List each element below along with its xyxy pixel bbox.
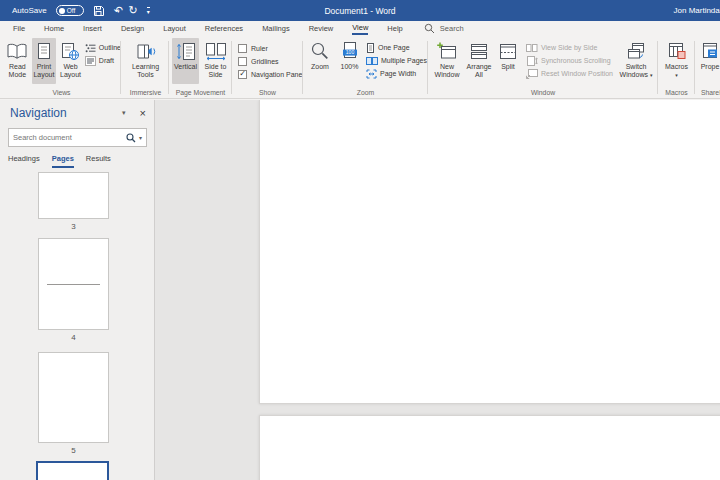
- navigation-search-input[interactable]: [13, 133, 126, 142]
- autosave-toggle[interactable]: Off: [56, 5, 84, 16]
- draft-icon: [85, 56, 96, 66]
- zoom-icon: [310, 40, 330, 62]
- document-page-2[interactable]: [259, 415, 720, 480]
- split-icon: [498, 40, 518, 62]
- web-layout-button[interactable]: Web Layout: [58, 38, 83, 84]
- zoom-100-button[interactable]: 100 100%: [336, 38, 363, 84]
- document-workspace: Navigation ▾ × ▾ Headings Pages Results …: [0, 100, 720, 480]
- tab-layout[interactable]: Layout: [163, 24, 186, 33]
- learning-tools-button[interactable]: Learning Tools: [128, 38, 164, 84]
- ribbon-group-views: Read Mode Print Layout Web Layout Outlin…: [2, 38, 121, 97]
- autosave-label: AutoSave: [12, 6, 47, 15]
- multiple-pages-button[interactable]: Multiple Pages: [366, 55, 428, 66]
- arrange-all-button[interactable]: Arrange All: [464, 38, 494, 84]
- navigation-pane-checkbox-box: ✓: [238, 70, 247, 79]
- new-window-icon: [437, 40, 457, 62]
- search-icon: [424, 23, 435, 34]
- synchronous-scrolling-button[interactable]: Synchronous Scrolling: [526, 55, 614, 66]
- new-window-button[interactable]: New Window: [432, 38, 462, 84]
- gridlines-checkbox[interactable]: Gridlines: [238, 56, 303, 66]
- window-group-label: Window: [428, 89, 658, 96]
- navigation-tab-results[interactable]: Results: [86, 154, 111, 168]
- page-thumbnail-5[interactable]: [38, 352, 109, 443]
- ruler-checkbox[interactable]: Ruler: [238, 43, 303, 53]
- reset-window-position-button[interactable]: Reset Window Position: [526, 68, 614, 79]
- draft-button[interactable]: Draft: [85, 55, 121, 66]
- navigation-tabs: Headings Pages Results: [8, 154, 111, 168]
- page-thumbnail-4-number: 4: [38, 333, 109, 342]
- macros-icon: [667, 40, 687, 62]
- tab-mailings[interactable]: Mailings: [262, 24, 290, 33]
- navigation-pane-checkbox[interactable]: ✓ Navigation Pane: [238, 69, 303, 79]
- ribbon-group-page-movement: Vertical Side to Side Page Movement: [169, 38, 232, 97]
- tab-references[interactable]: References: [205, 24, 243, 33]
- gridlines-checkbox-box: [238, 57, 247, 66]
- multiple-pages-icon: [366, 56, 378, 66]
- reset-window-position-icon: [526, 69, 538, 79]
- ribbon: Read Mode Print Layout Web Layout Outlin…: [0, 36, 720, 99]
- synchronous-scrolling-icon: [526, 56, 538, 66]
- document-canvas: [156, 100, 720, 480]
- view-side-by-side-button[interactable]: View Side by Side: [526, 42, 614, 53]
- tab-file[interactable]: File: [13, 24, 25, 33]
- ribbon-group-immersive: Learning Tools Immersive: [122, 38, 169, 97]
- side-to-side-button[interactable]: Side to Side: [201, 38, 230, 84]
- navigation-pane: Navigation ▾ × ▾ Headings Pages Results …: [0, 100, 155, 480]
- vertical-button[interactable]: Vertical: [172, 38, 199, 84]
- outline-icon: [85, 43, 96, 53]
- search-box[interactable]: Search: [424, 23, 464, 34]
- save-icon[interactable]: [93, 5, 105, 17]
- views-group-label: Views: [2, 89, 121, 96]
- tab-insert[interactable]: Insert: [83, 24, 102, 33]
- ribbon-group-window: New Window Arrange All Split View Side b…: [428, 38, 658, 97]
- macros-button[interactable]: Macros▾: [661, 38, 693, 84]
- page-thumbnail-5-number: 5: [38, 446, 109, 455]
- tab-help[interactable]: Help: [387, 24, 402, 33]
- tab-view[interactable]: View: [352, 23, 368, 35]
- properties-button[interactable]: Prope: [695, 38, 720, 84]
- show-group-label: Show: [232, 89, 303, 96]
- page-thumbnail-4-text-line: [47, 284, 100, 285]
- title-bar: AutoSave Off ↶ ▾ ↻ ▾ Document1 - Word Jo…: [0, 0, 720, 21]
- macros-dropdown-icon: ▾: [675, 72, 678, 78]
- customize-quick-access-icon[interactable]: ▾: [147, 7, 150, 15]
- tab-review[interactable]: Review: [309, 24, 334, 33]
- navigation-tab-pages[interactable]: Pages: [52, 154, 74, 168]
- page-width-button[interactable]: Page Width: [366, 68, 428, 79]
- page-thumbnail-4[interactable]: [38, 238, 109, 330]
- learning-tools-icon: [135, 40, 157, 62]
- print-layout-icon: [36, 40, 52, 62]
- search-label: Search: [440, 24, 464, 33]
- switch-windows-dropdown-icon: ▾: [650, 72, 653, 78]
- redo-icon[interactable]: ↻: [128, 5, 137, 16]
- read-mode-icon: [6, 40, 28, 62]
- web-layout-icon: [61, 40, 80, 62]
- page-thumbnail-6-selected[interactable]: [36, 461, 109, 480]
- print-layout-button[interactable]: Print Layout: [32, 38, 57, 84]
- page-width-icon: [366, 69, 377, 79]
- page-thumbnail-3[interactable]: [38, 172, 109, 219]
- undo-dropdown-icon[interactable]: ▾: [117, 8, 120, 14]
- svg-text:100: 100: [345, 49, 354, 55]
- user-account-name[interactable]: Jon Martindale: [674, 6, 720, 15]
- navigation-pane-close-icon[interactable]: ×: [140, 107, 146, 119]
- outline-button[interactable]: Outline: [85, 42, 121, 53]
- page-movement-group-label: Page Movement: [169, 89, 232, 96]
- tab-design[interactable]: Design: [121, 24, 144, 33]
- one-page-button[interactable]: One Page: [366, 42, 428, 53]
- ribbon-group-show: Ruler Gridlines ✓ Navigation Pane Show: [232, 38, 303, 97]
- navigation-search-dropdown-icon[interactable]: ▾: [139, 134, 142, 141]
- navigation-tab-headings[interactable]: Headings: [8, 154, 40, 168]
- read-mode-button[interactable]: Read Mode: [5, 38, 30, 84]
- zoom-button[interactable]: Zoom: [307, 38, 333, 84]
- document-page-1[interactable]: [259, 100, 720, 404]
- tab-home[interactable]: Home: [44, 24, 64, 33]
- split-button[interactable]: Split: [496, 38, 520, 84]
- switch-windows-button[interactable]: Switch Windows ▾: [616, 38, 656, 84]
- sharepoint-group-label: ShareP: [695, 89, 720, 96]
- navigation-search-icon[interactable]: [126, 133, 136, 143]
- navigation-search-box[interactable]: ▾: [8, 128, 147, 147]
- navigation-pane-options-icon[interactable]: ▾: [122, 109, 126, 117]
- ribbon-tab-bar: File Home Insert Design Layout Reference…: [0, 21, 720, 36]
- navigation-pane-title: Navigation: [10, 106, 122, 120]
